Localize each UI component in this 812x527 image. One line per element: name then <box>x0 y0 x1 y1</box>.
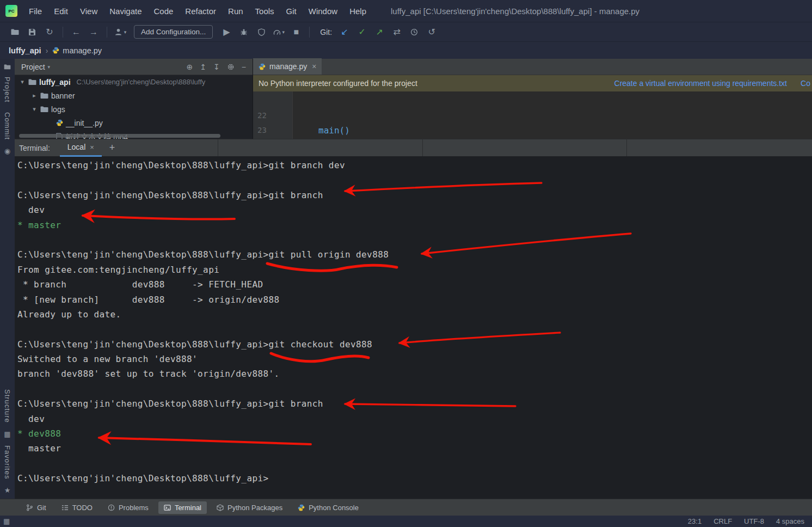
add-configuration-button[interactable]: Add Configuration... <box>134 25 213 39</box>
panel-separator <box>626 139 627 156</box>
menu-bar: PC File Edit View Navigate Code Refactor… <box>0 0 812 22</box>
status-bar-widgets: 23:1 CRLF UTF-8 4 spaces <box>688 517 804 525</box>
editor-tab-bar: manage.py × <box>253 59 812 75</box>
profiler-icon[interactable]: ▾ <box>270 25 287 39</box>
configure-interpreter-link[interactable]: Co <box>801 79 810 88</box>
debug-icon[interactable] <box>236 25 252 39</box>
status-bar: ▦ 23:1 CRLF UTF-8 4 spaces <box>0 516 812 527</box>
todo-list-icon <box>61 504 69 511</box>
stop-icon[interactable]: ■ <box>288 25 304 39</box>
folder-icon <box>28 79 36 85</box>
file-encoding-indicator[interactable]: UTF-8 <box>744 517 764 525</box>
menu-help[interactable]: Help <box>343 4 372 18</box>
collapse-all-icon[interactable]: ↧ <box>213 63 220 71</box>
toolwindow-git[interactable]: Git <box>21 501 52 514</box>
editor-tab-manage-py[interactable]: manage.py × <box>253 58 322 75</box>
terminal-panel-label: Terminal: <box>19 144 50 152</box>
back-icon[interactable]: ← <box>68 25 84 39</box>
caret-position[interactable]: 23:1 <box>688 517 702 525</box>
toolwindow-python-packages[interactable]: Python Packages <box>211 501 288 514</box>
toolwindow-python-console[interactable]: Python Console <box>292 501 364 514</box>
terminal-line: From gitee.com:tengjincheng/luffy_api <box>17 262 812 277</box>
chevron-right-icon[interactable]: ▸ <box>31 92 38 99</box>
menu-git[interactable]: Git <box>280 4 303 18</box>
code-editor[interactable]: 22 main() 23 <box>253 91 812 139</box>
close-icon[interactable]: × <box>90 143 94 151</box>
terminal-tab-bar: Terminal: Local × + <box>15 139 812 156</box>
breadcrumb-separator-icon: › <box>46 46 48 55</box>
menu-run[interactable]: Run <box>222 4 249 18</box>
user-profile-icon[interactable]: ▾ <box>112 25 128 39</box>
settings-gear-icon[interactable] <box>227 63 235 71</box>
menu-edit[interactable]: Edit <box>48 4 74 18</box>
toolwindow-toggle-icon[interactable]: ▦ <box>3 517 10 525</box>
python-file-icon <box>259 63 266 70</box>
line-separator-indicator[interactable]: CRLF <box>713 517 732 525</box>
main-row: Project ▾ ⊕ ↥ ↧ − <box>15 59 812 139</box>
breadcrumb-file[interactable]: manage.py <box>52 46 102 55</box>
panel-separator <box>218 139 218 156</box>
left-tool-stripe: Project Commit ◉ Structure ▦ Favorites ★ <box>0 59 15 499</box>
toolbar-separator <box>63 27 63 38</box>
toolwindow-terminal[interactable]: Terminal <box>158 501 207 514</box>
breadcrumb-project[interactable]: luffy_api <box>9 46 41 55</box>
terminal-line: C:\Users\teng'jin'cheng\Desktop\888\luff… <box>17 396 812 411</box>
new-terminal-button[interactable]: + <box>109 142 115 154</box>
open-folder-icon[interactable] <box>7 25 23 39</box>
python-file-icon <box>56 119 63 126</box>
menu-tools[interactable]: Tools <box>249 4 280 18</box>
python-packages-icon <box>217 504 224 511</box>
problems-icon <box>108 504 115 511</box>
terminal-tab-label: Local <box>67 143 85 151</box>
tree-item-logs[interactable]: ▾ logs <box>15 102 253 116</box>
menu-code[interactable]: Code <box>147 4 179 18</box>
menu-file[interactable]: File <box>23 4 48 18</box>
indent-indicator[interactable]: 4 spaces <box>776 517 804 525</box>
hide-panel-icon[interactable]: − <box>242 63 246 71</box>
tree-item-label: logs <box>51 105 65 114</box>
project-panel-title[interactable]: Project <box>21 63 45 71</box>
git-commit-icon[interactable]: ✓ <box>354 25 370 39</box>
terminal-output[interactable]: C:\Users\teng'jin'cheng\Desktop\888\luff… <box>15 156 812 499</box>
run-icon[interactable]: ▶ <box>218 25 235 39</box>
chevron-down-icon[interactable]: ▾ <box>19 78 26 85</box>
git-rollback-icon[interactable]: ↺ <box>423 25 440 39</box>
stripe-tab-project[interactable]: Project <box>3 77 11 102</box>
code-text: main() <box>318 123 350 138</box>
terminal-line: master <box>17 441 812 456</box>
git-push-icon[interactable]: ↗ <box>371 25 387 39</box>
tree-item-banner[interactable]: ▸ banner <box>15 89 253 102</box>
git-history-icon[interactable] <box>406 25 422 39</box>
expand-all-icon[interactable]: ↥ <box>200 63 206 71</box>
terminal-line: dev <box>17 412 812 426</box>
sync-icon[interactable]: ↻ <box>41 25 58 39</box>
toolwindow-todo[interactable]: TODO <box>56 501 98 514</box>
terminal-tab-local[interactable]: Local × <box>60 139 102 157</box>
toolwindow-problems[interactable]: Problems <box>102 501 154 514</box>
menu-refactor[interactable]: Refactor <box>179 4 222 18</box>
stripe-tab-favorites[interactable]: Favorites <box>3 445 11 479</box>
locate-file-icon[interactable]: ⊕ <box>187 63 193 71</box>
run-with-coverage-icon[interactable] <box>253 25 269 39</box>
stripe-tab-commit[interactable]: Commit <box>3 112 11 140</box>
close-icon[interactable]: × <box>312 62 316 71</box>
terminal-line: C:\Users\teng'jin'cheng\Desktop\888\luff… <box>17 158 812 173</box>
git-compare-icon[interactable]: ⇄ <box>389 25 405 39</box>
save-all-icon[interactable] <box>24 25 40 39</box>
tree-item-init-py[interactable]: __init__.py <box>15 116 253 130</box>
line-number: 23 <box>257 123 288 138</box>
stripe-tab-structure[interactable]: Structure <box>3 389 11 423</box>
tree-root-luffy-api[interactable]: ▾ luffy_api C:\Users\teng'jin'cheng\Desk… <box>15 75 253 89</box>
chevron-down-icon[interactable]: ▾ <box>48 64 51 70</box>
create-venv-link[interactable]: Create a virtual environment using requi… <box>614 79 787 88</box>
tree-item-label: __init__.py <box>66 119 103 127</box>
menu-navigate[interactable]: Navigate <box>103 4 147 18</box>
menu-window[interactable]: Window <box>303 4 343 18</box>
chevron-down-icon[interactable]: ▾ <box>31 106 38 113</box>
menu-view[interactable]: View <box>74 4 103 18</box>
forward-icon[interactable]: → <box>85 25 102 39</box>
horizontal-scrollbar[interactable] <box>19 134 220 138</box>
terminal-line: * dev888 <box>17 426 812 441</box>
git-update-project-icon[interactable]: ↙ <box>336 25 353 39</box>
terminal-line: * [new branch] dev888 -> origin/dev888 <box>17 292 812 307</box>
